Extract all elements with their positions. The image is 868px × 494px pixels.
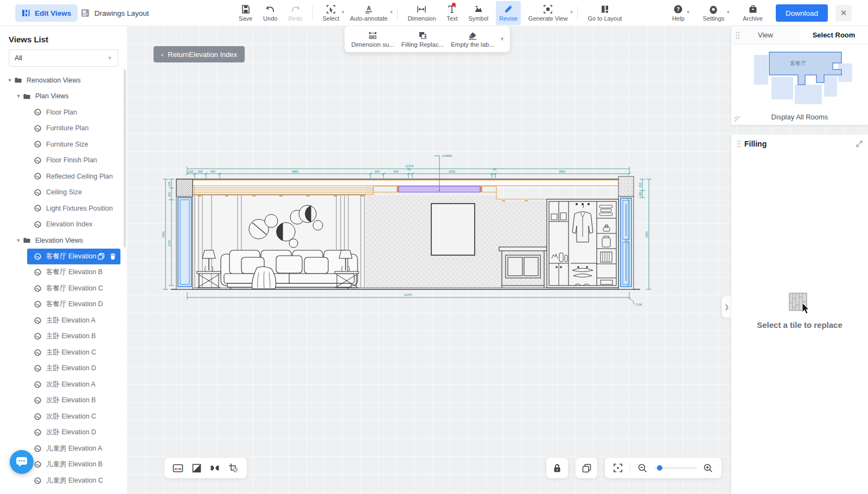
wardrobe <box>547 199 618 288</box>
filling-title: Filling <box>744 140 767 148</box>
sidebar-item-7[interactable]: Ceiling Size <box>0 185 127 201</box>
delete-view-icon[interactable] <box>110 253 116 260</box>
svg-text:2200: 2200 <box>168 240 171 246</box>
generate-view-caret[interactable]: ▼ <box>570 10 574 15</box>
drag-handle-icon[interactable] <box>736 31 740 39</box>
sidebar-item-20[interactable]: 次卧 Elevation B <box>0 392 127 409</box>
save-button[interactable]: Save <box>235 1 256 25</box>
sidebar-item-label: 儿童房 Elevation B <box>46 460 103 469</box>
svg-text:80: 80 <box>407 168 411 171</box>
panel-collapse-handle[interactable]: ❯ <box>722 296 732 318</box>
revise-icon <box>503 4 513 14</box>
views-filter-select[interactable]: All ▼ <box>9 49 118 67</box>
sidebar-item-18[interactable]: 主卧 Elevation D <box>0 360 127 377</box>
tab-select-room[interactable]: Select Room <box>800 26 868 44</box>
material-card-button[interactable] <box>171 461 185 475</box>
elevation-drawing[interactable]: 11370 200 300 340 3883 340 640 80 2050 8… <box>160 152 656 315</box>
zoom-in-button[interactable] <box>702 461 715 475</box>
filling-replace-button[interactable]: Filling Replac... <box>398 31 448 48</box>
redo-button[interactable]: Redo <box>285 1 305 25</box>
tab-drawings-layout[interactable]: Drawings Layout <box>80 4 149 22</box>
sidebar-item-21[interactable]: 次卧 Elevation C <box>0 409 127 425</box>
dimension-summary-button[interactable]: Dimension su... <box>348 31 398 48</box>
zoom-slider[interactable] <box>655 467 697 468</box>
views-list-title: Views List <box>0 26 127 49</box>
sidebar-item-4[interactable]: Furniture Size <box>0 136 127 153</box>
tab-edit-views[interactable]: Edit Views <box>15 4 78 22</box>
empty-label-button[interactable]: Empty the lab... <box>448 31 497 48</box>
sidebar-item-13[interactable]: 客餐厅 Elevation C <box>0 281 127 297</box>
sidebar-item-15[interactable]: 主卧 Elevation A <box>0 313 127 329</box>
tab-view[interactable]: View <box>731 26 800 44</box>
room-shape[interactable] <box>795 85 822 104</box>
contrast-button[interactable] <box>189 461 203 475</box>
tree-expand-caret[interactable]: ▼ <box>14 93 23 99</box>
sidebar-item-25[interactable]: 儿童房 Elevation C <box>0 473 127 489</box>
sidebar-item-22[interactable]: 次卧 Elevation D <box>0 425 127 441</box>
sidebar-item-label: Plan Views <box>35 92 69 100</box>
sidebar-item-3[interactable]: Furniture Plan <box>0 121 127 137</box>
settings-button[interactable]: Settings ▼ <box>700 1 728 25</box>
symbol-button[interactable]: Symbol <box>465 1 492 25</box>
sidebar-item-12[interactable]: 客餐厅 Elevation B <box>0 264 127 281</box>
auto-annotate-button[interactable]: A Auto-annotate ▼ <box>347 1 391 25</box>
tree-expand-caret[interactable]: ▼ <box>5 78 14 83</box>
sidebar-item-6[interactable]: Reflected Ceiling Plan <box>0 168 127 185</box>
help-button[interactable]: ? Help ▼ <box>669 1 688 25</box>
archive-icon <box>748 4 758 14</box>
duplicate-view-button[interactable] <box>576 458 597 478</box>
sidebar-item-0[interactable]: ▼Renovation Views <box>0 72 127 88</box>
resize-handle-icon[interactable] <box>734 116 741 122</box>
sidebar-scrollbar[interactable] <box>124 69 126 248</box>
download-button[interactable]: Download <box>776 4 828 22</box>
crop-disabled-button[interactable] <box>226 461 240 475</box>
archive-button[interactable]: Archive <box>739 1 766 25</box>
expand-icon[interactable] <box>856 141 863 147</box>
help-caret[interactable]: ▼ <box>686 10 691 15</box>
generate-view-button[interactable]: Generate View ▼ <box>525 1 571 25</box>
fit-view-button[interactable] <box>611 461 624 475</box>
view-icon <box>34 108 42 116</box>
center-tools: Save Undo Redo Select ▼ A Auto-annotate … <box>233 0 627 26</box>
sidebar-item-2[interactable]: Floor Plan <box>0 104 127 121</box>
zoom-slider-handle[interactable] <box>657 465 662 471</box>
sidebar-item-8[interactable]: Light Fixtures Position <box>0 200 127 217</box>
display-all-rooms-button[interactable]: Display All Rooms <box>731 113 868 121</box>
text-button[interactable]: Text <box>443 1 461 25</box>
svg-text:200: 200 <box>188 170 193 173</box>
sidebar-item-1[interactable]: ▼Plan Views <box>0 88 127 105</box>
select-caret[interactable]: ▼ <box>341 10 345 15</box>
room-shape[interactable] <box>754 55 768 85</box>
room-shape[interactable] <box>771 77 793 99</box>
duplicate-view-icon[interactable] <box>98 253 105 260</box>
tree-expand-caret[interactable]: ▼ <box>14 238 23 243</box>
sidebar-item-10[interactable]: ▼Elevation Views <box>0 232 127 249</box>
sidebar-item-11[interactable]: 客餐厅 Elevation A <box>27 249 120 265</box>
zoom-out-button[interactable] <box>636 461 649 475</box>
context-toolbar-caret[interactable]: ▼ <box>497 36 507 42</box>
break-line-button[interactable] <box>208 461 222 475</box>
divider <box>630 463 630 473</box>
auto-annotate-caret[interactable]: ▼ <box>389 10 393 15</box>
select-button[interactable]: Select ▼ <box>320 1 343 25</box>
dimension-button[interactable]: Dimension <box>404 1 439 25</box>
sidebar-item-17[interactable]: 主卧 Elevation C <box>0 345 127 361</box>
sidebar-item-16[interactable]: 主卧 Elevation B <box>0 328 127 345</box>
room-shape[interactable] <box>824 76 837 97</box>
sidebar-item-9[interactable]: Elevation Index <box>0 217 127 233</box>
picture-frame <box>431 204 475 255</box>
drag-handle-icon[interactable] <box>737 140 741 148</box>
chat-support-button[interactable] <box>10 450 34 474</box>
revise-button[interactable]: Revise <box>496 1 521 25</box>
sidebar-item-19[interactable]: 次卧 Elevation A <box>0 377 127 393</box>
return-elevation-index-button[interactable]: ‹ ReturnElevation Index <box>154 46 245 62</box>
lock-button[interactable] <box>546 458 568 478</box>
room-map[interactable]: 客餐厅 <box>742 49 858 110</box>
go-to-layout-button[interactable]: Go to Layout <box>584 1 625 25</box>
undo-button[interactable]: Undo <box>260 1 280 25</box>
sidebar-item-5[interactable]: Floor Finish Plan <box>0 153 127 169</box>
close-button[interactable]: ✕ <box>835 5 852 21</box>
symbol-icon <box>474 4 483 14</box>
settings-caret[interactable]: ▼ <box>726 10 730 15</box>
sidebar-item-14[interactable]: 客餐厅 Elevation D <box>0 296 127 313</box>
